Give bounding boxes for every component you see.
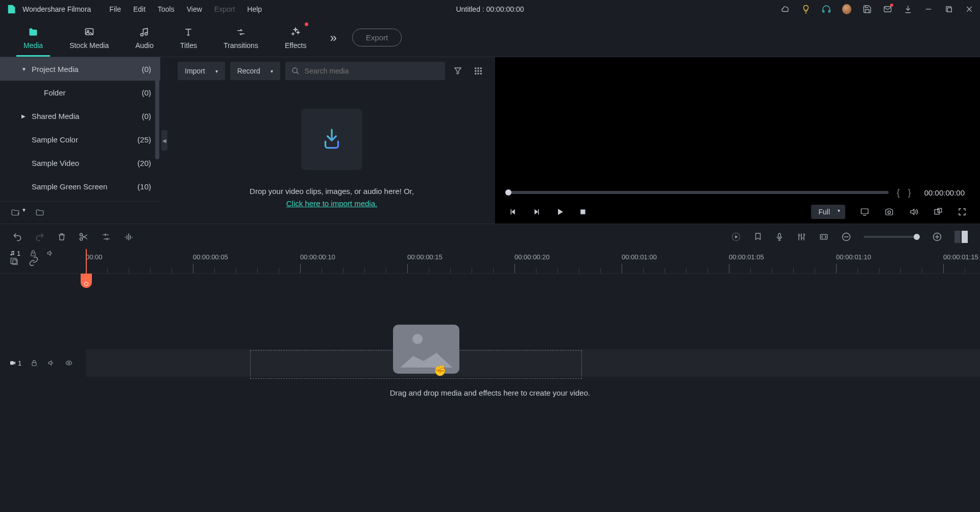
- sidebar-item-sample-green[interactable]: Sample Green Screen (10): [0, 175, 160, 198]
- tab-bar: Media Stock Media Audio Titles Transitio…: [0, 18, 980, 57]
- import-media-link[interactable]: Click here to import media.: [286, 199, 377, 208]
- playhead[interactable]: [86, 249, 87, 274]
- zoom-in-icon[interactable]: [932, 232, 942, 242]
- sidebar-item-sample-video[interactable]: Sample Video (20): [0, 151, 160, 175]
- svg-rect-3: [947, 8, 951, 12]
- save-icon[interactable]: [863, 5, 872, 14]
- track-size-toggle[interactable]: [954, 231, 968, 243]
- mute-icon[interactable]: [46, 250, 54, 257]
- lightbulb-icon[interactable]: [801, 5, 811, 14]
- stop-icon[interactable]: [579, 208, 587, 216]
- sidebar-item-sample-color[interactable]: Sample Color (25): [0, 128, 160, 151]
- video-track-head: 1: [0, 349, 86, 377]
- menu-view[interactable]: View: [187, 5, 202, 13]
- tab-media[interactable]: Media: [10, 18, 56, 57]
- grid-view-icon[interactable]: [471, 66, 486, 76]
- cloud-icon[interactable]: [781, 5, 790, 14]
- folder-outline-icon[interactable]: [35, 208, 45, 217]
- redo-icon[interactable]: [35, 232, 45, 242]
- audio-edit-icon[interactable]: [124, 232, 134, 242]
- menu-tools[interactable]: Tools: [158, 5, 175, 13]
- fullscreen-icon[interactable]: [958, 207, 967, 216]
- snapshot-icon[interactable]: [884, 207, 894, 216]
- import-dropdown[interactable]: Import▾: [178, 62, 225, 80]
- new-folder-icon[interactable]: [10, 208, 20, 217]
- display-icon[interactable]: [860, 207, 870, 216]
- marker-icon[interactable]: [753, 232, 763, 242]
- image-icon: [84, 26, 95, 38]
- svg-rect-17: [475, 73, 476, 75]
- tab-effects[interactable]: Effects: [272, 18, 320, 57]
- svg-rect-20: [580, 209, 585, 214]
- svg-rect-14: [475, 70, 476, 72]
- sidebar-scrollbar[interactable]: [155, 57, 159, 159]
- zoom-slider[interactable]: [864, 236, 920, 238]
- minimize-icon[interactable]: [924, 5, 933, 14]
- tab-stock-media[interactable]: Stock Media: [56, 18, 122, 57]
- svg-rect-15: [478, 70, 479, 72]
- menu-help[interactable]: Help: [247, 5, 262, 13]
- visibility-icon[interactable]: [64, 359, 74, 367]
- preview-panel: { } 00:00:00:00 Full: [495, 57, 980, 224]
- chevron-down-icon: ▼: [21, 66, 27, 72]
- audio-track-label: 1: [9, 250, 20, 257]
- popout-icon[interactable]: [933, 207, 943, 216]
- mark-in-icon[interactable]: {: [897, 187, 900, 198]
- sidebar-item-shared-media[interactable]: ▶ Shared Media (0): [0, 104, 160, 128]
- play-icon[interactable]: [555, 207, 565, 216]
- delete-icon[interactable]: [57, 232, 66, 242]
- search-media-input[interactable]: [305, 67, 439, 75]
- next-frame-icon[interactable]: [532, 207, 541, 216]
- preview-timecode: 00:00:00:00: [919, 188, 970, 197]
- export-button[interactable]: Export: [352, 29, 402, 46]
- filter-icon[interactable]: [450, 66, 465, 76]
- lock-icon[interactable]: [31, 359, 38, 367]
- collapse-left-icon[interactable]: ◀: [161, 130, 167, 151]
- sidebar-item-folder[interactable]: Folder (0): [0, 81, 160, 104]
- voiceover-icon[interactable]: [775, 232, 784, 242]
- crop-icon[interactable]: [101, 232, 111, 242]
- prev-frame-icon[interactable]: [508, 207, 518, 216]
- mark-out-icon[interactable]: }: [908, 187, 911, 198]
- undo-icon[interactable]: [12, 232, 22, 242]
- search-icon: [291, 67, 300, 75]
- svg-rect-13: [480, 67, 482, 69]
- scrub-slider[interactable]: [505, 191, 889, 194]
- record-dropdown[interactable]: Record▾: [230, 62, 280, 80]
- svg-line-10: [297, 72, 299, 74]
- split-icon[interactable]: [79, 232, 89, 242]
- avatar-icon[interactable]: [842, 5, 851, 14]
- audio-track-body[interactable]: [86, 242, 980, 264]
- audio-mixer-icon[interactable]: [796, 232, 806, 242]
- menu-file[interactable]: File: [109, 5, 121, 13]
- maximize-icon[interactable]: [944, 5, 953, 14]
- preview-scrub-row: { } 00:00:00:00: [495, 185, 980, 200]
- import-media-button[interactable]: [301, 109, 362, 170]
- folder-icon: [27, 26, 39, 38]
- more-tabs-icon[interactable]: »: [330, 31, 336, 45]
- timeline: 00:0000:00:00:0500:00:00:1000:00:00:1500…: [0, 249, 980, 274]
- close-icon[interactable]: [965, 5, 974, 14]
- download-icon[interactable]: [903, 5, 913, 14]
- media-toolbar: Import▾ Record▾: [168, 57, 495, 85]
- tab-audio[interactable]: Audio: [122, 18, 167, 57]
- mail-icon[interactable]: [883, 5, 892, 14]
- menu-export[interactable]: Export: [214, 5, 235, 13]
- tab-transitions[interactable]: Transitions: [210, 18, 272, 57]
- svg-rect-25: [938, 208, 942, 212]
- zoom-out-icon[interactable]: [841, 232, 851, 242]
- menu-edit[interactable]: Edit: [133, 5, 145, 13]
- lock-icon[interactable]: [30, 249, 37, 257]
- tab-titles[interactable]: Titles: [167, 18, 210, 57]
- render-preview-icon[interactable]: [731, 232, 741, 242]
- quality-dropdown[interactable]: Full: [811, 205, 845, 219]
- volume-icon[interactable]: [909, 207, 919, 216]
- mute-icon[interactable]: [47, 359, 55, 367]
- sidebar-item-project-media[interactable]: ▼ Project Media (0): [0, 57, 160, 81]
- titlebar: Wondershare Filmora File Edit Tools View…: [0, 0, 980, 18]
- zoom-fit-icon[interactable]: [819, 232, 829, 241]
- app-logo: [6, 3, 18, 15]
- search-media-box[interactable]: [285, 62, 445, 80]
- headphones-icon[interactable]: [822, 5, 831, 14]
- media-drop-zone[interactable]: Drop your video clips, images, or audio …: [168, 85, 495, 224]
